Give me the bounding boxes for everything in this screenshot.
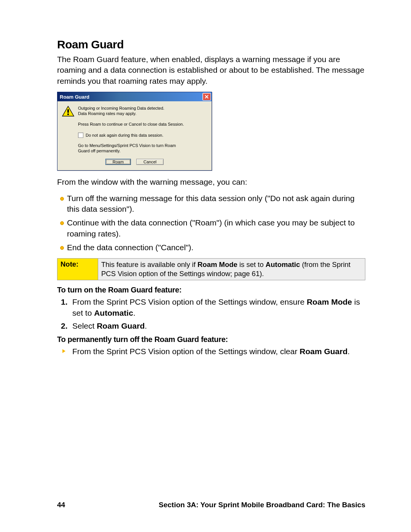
step-item: 1. From the Sprint PCS Vision option of … — [57, 297, 365, 318]
step-bold: Automatic — [94, 308, 133, 317]
step-bold: Roam Guard — [299, 347, 347, 356]
note-body: This feature is available only if Roam M… — [98, 259, 365, 280]
do-not-ask-checkbox[interactable] — [78, 133, 83, 138]
dialog-message-line1: Outgoing or Incoming Roaming Data detect… — [78, 106, 164, 111]
cancel-button[interactable]: Cancel — [136, 159, 164, 165]
step-number: 2. — [61, 321, 68, 331]
step-text: From the Sprint PCS Vision option of the… — [72, 347, 299, 356]
roam-button[interactable]: Roam — [105, 159, 131, 165]
checkbox-label: Do not ask again during this data sessio… — [86, 133, 163, 137]
step-text: . — [145, 321, 147, 330]
turn-on-heading: To turn on the Roam Guard feature: — [57, 286, 365, 294]
note-text: This feature is available only if — [101, 260, 198, 268]
dialog-hint: Go to Menu/Settings/Sprint PCS Vision to… — [78, 143, 177, 154]
dialog-title: Roam Guard — [60, 94, 202, 100]
warning-icon — [62, 106, 74, 117]
list-item: Turn off the warning message for this da… — [57, 193, 365, 215]
intro-paragraph: The Roam Guard feature, when enabled, di… — [57, 54, 365, 86]
list-item: Continue with the data connection ("Roam… — [57, 217, 365, 239]
dialog-instruction: Press Roam to continue or Cancel to clos… — [78, 122, 207, 127]
step-bold: Roam Mode — [307, 297, 352, 306]
svg-rect-0 — [67, 109, 69, 113]
dialog-message-line2: Data Roaming rates may apply. — [78, 111, 164, 117]
note-bold: Roam Mode — [198, 260, 237, 268]
dialog-body: Outgoing or Incoming Roaming Data detect… — [57, 101, 212, 170]
section-title: Section 3A: Your Sprint Mobile Broadband… — [159, 501, 365, 509]
svg-rect-1 — [67, 113, 69, 115]
arrow-item: From the Sprint PCS Vision option of the… — [57, 346, 365, 357]
options-list: Turn off the warning message for this da… — [57, 193, 365, 253]
step-item: 2. Select Roam Guard. — [57, 321, 365, 331]
after-dialog-text: From the window with the warning message… — [57, 177, 365, 187]
step-text: . — [133, 308, 135, 317]
step-text: . — [347, 347, 350, 356]
step-text: From the Sprint PCS Vision option of the… — [72, 297, 307, 306]
turn-off-heading: To permanently turn off the Roam Guard f… — [57, 335, 365, 344]
page-number: 44 — [57, 501, 65, 509]
note-box: Note: This feature is available only if … — [57, 258, 365, 280]
turn-off-list: From the Sprint PCS Vision option of the… — [57, 346, 365, 357]
step-number: 1. — [61, 297, 68, 307]
page-footer: 44 Section 3A: Your Sprint Mobile Broadb… — [57, 501, 365, 509]
note-bold: Automatic — [266, 260, 300, 268]
page-heading: Roam Guard — [57, 38, 365, 51]
close-icon[interactable] — [202, 93, 211, 101]
list-item: End the data connection ("Cancel"). — [57, 242, 365, 253]
note-label: Note: — [57, 259, 98, 280]
step-text: Select — [72, 321, 97, 330]
step-bold: Roam Guard — [97, 321, 145, 330]
note-text: is set to — [237, 260, 266, 268]
dialog-titlebar: Roam Guard — [57, 92, 212, 101]
turn-on-steps: 1. From the Sprint PCS Vision option of … — [57, 297, 365, 331]
roam-guard-dialog: Roam Guard Outgoing or Incoming Roaming … — [57, 92, 212, 171]
